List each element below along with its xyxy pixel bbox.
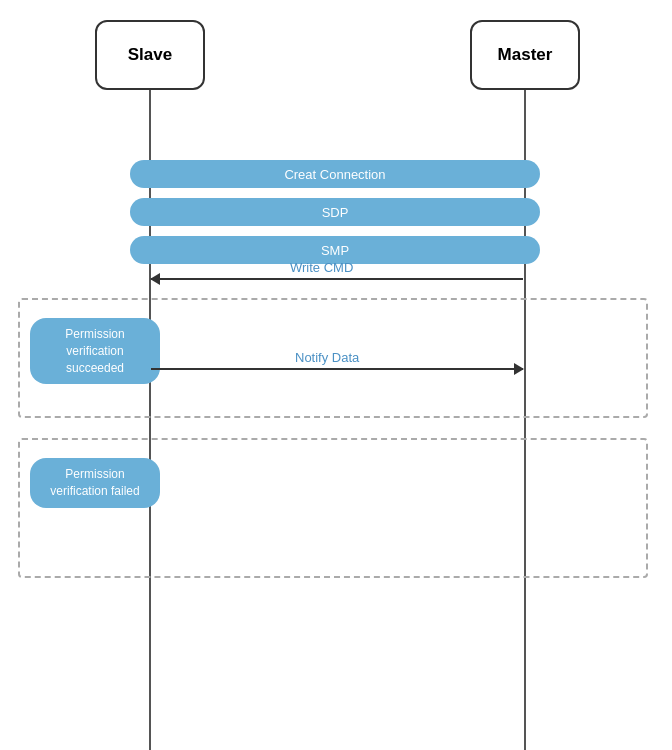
message-sdp: SDP [130,198,540,226]
lifeline-slave [149,90,151,750]
message-creat-connection: Creat Connection [130,160,540,188]
actor-slave: Slave [95,20,205,90]
label-write-cmd: Write CMD [290,260,353,275]
actor-master: Master [470,20,580,90]
permission-failed-bubble: Permission verification failed [30,458,160,508]
arrow-write-cmd [151,278,523,280]
arrow-notify-data [151,368,523,370]
lifeline-master [524,90,526,750]
sequence-diagram: Slave Master Creat Connection SDP SMP Wr… [0,0,672,750]
permission-succeeded-bubble: Permission verification succeeded [30,318,160,384]
actor-slave-label: Slave [128,45,172,65]
label-notify-data: Notify Data [295,350,359,365]
actor-master-label: Master [498,45,553,65]
